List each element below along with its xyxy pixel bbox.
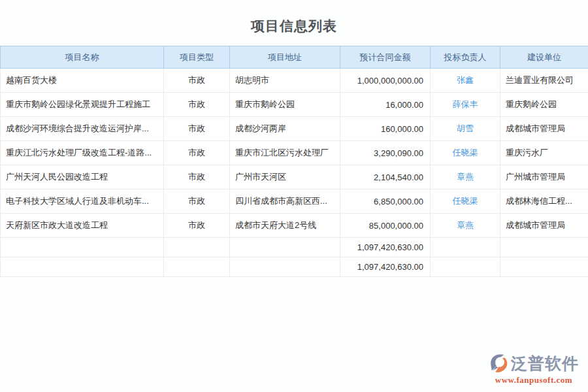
cell-project-name: 重庆江北污水处理厂级改造工程-道路... — [1, 141, 164, 165]
cell-bid-person: 章燕 — [431, 214, 500, 238]
cell-construction-unit: 广州城市管理局 — [500, 165, 588, 189]
bid-person-link[interactable]: 章燕 — [457, 220, 474, 230]
cell-project-type: 市政 — [164, 141, 230, 165]
cell-project-type: 市政 — [164, 69, 230, 93]
col-header-contract-amount: 预计合同金额 — [340, 46, 431, 69]
page: 项目信息列表 项目名称 项目类型 项目地址 预计合同金额 投标负责人 建设单位 … — [0, 0, 588, 392]
cell-project-address: 广州市天河区 — [230, 165, 340, 189]
bid-person-link[interactable]: 张鑫 — [457, 75, 474, 85]
bid-person-link[interactable]: 任晓渠 — [453, 196, 478, 206]
cell-contract-amount: 3,290,090.00 — [340, 141, 431, 165]
bid-person-link[interactable]: 薛保丰 — [453, 99, 478, 109]
cell-construction-unit: 重庆鹅岭公园 — [500, 93, 588, 117]
header-row: 项目名称 项目类型 项目地址 预计合同金额 投标负责人 建设单位 — [1, 46, 588, 69]
col-header-project-type: 项目类型 — [164, 46, 230, 69]
cell-bid-person: 胡雪 — [431, 117, 500, 141]
bid-person-link[interactable]: 任晓渠 — [453, 148, 478, 157]
cell-construction-unit: 重庆污水厂 — [500, 141, 588, 165]
table-row[interactable]: 成都沙河环境综合提升改造运河护岸... 市政 成都沙河两岸 160,000.00… — [1, 117, 588, 141]
cell-empty — [164, 238, 230, 257]
table-row[interactable]: 广州天河人民公园改造工程 市政 广州市天河区 2,104,540.00 章燕 广… — [1, 165, 588, 189]
table-body: 越南百货大楼 市政 胡志明市 1,000,000,000.00 张鑫 兰迪置业有… — [1, 69, 588, 277]
cell-project-type: 市政 — [164, 117, 230, 141]
fanpu-brand-text: 泛普软件 — [511, 355, 579, 372]
project-info-table: 项目名称 项目类型 项目地址 预计合同金额 投标负责人 建设单位 越南百货大楼 … — [0, 46, 588, 277]
cell-empty — [1, 257, 164, 277]
cell-project-address: 四川省成都市高新区西... — [230, 189, 340, 214]
cell-empty — [500, 238, 588, 257]
cell-project-name: 重庆市鹅岭公园绿化景观提升工程施工 — [1, 93, 164, 117]
fanpu-url: www.fanpusoft.com — [485, 376, 583, 384]
cell-bid-person: 薛保丰 — [431, 93, 500, 117]
cell-contract-amount: 160,000.00 — [340, 117, 431, 141]
cell-empty — [230, 238, 340, 257]
table-row[interactable]: 天府新区市政大道改造工程 市政 成都市天府大道2号线 85,000,000.00… — [1, 214, 588, 238]
cell-bid-person: 章燕 — [431, 165, 500, 189]
table-row[interactable]: 电子科技大学区域人行道及非机动车... 市政 四川省成都市高新区西... 6,8… — [1, 189, 588, 214]
bid-person-link[interactable]: 章燕 — [457, 172, 474, 182]
subtotal-row: 1,097,420,630.00 — [1, 238, 588, 257]
cell-bid-person: 任晓渠 — [431, 189, 500, 214]
table-header: 项目名称 项目类型 项目地址 预计合同金额 投标负责人 建设单位 — [1, 46, 588, 69]
cell-project-address: 重庆市鹅岭公园 — [230, 93, 340, 117]
cell-bid-person: 任晓渠 — [431, 141, 500, 165]
table-row[interactable]: 重庆市鹅岭公园绿化景观提升工程施工 市政 重庆市鹅岭公园 16,000.00 薛… — [1, 93, 588, 117]
col-header-construction-unit: 建设单位 — [500, 46, 588, 69]
cell-project-address: 重庆市江北区污水处理厂 — [230, 141, 340, 165]
cell-bid-person: 张鑫 — [431, 69, 500, 93]
cell-empty — [500, 257, 588, 277]
cell-empty — [1, 238, 164, 257]
cell-project-name: 成都沙河环境综合提升改造运河护岸... — [1, 117, 164, 141]
cell-empty — [230, 257, 340, 277]
cell-contract-amount: 6,850,000.00 — [340, 189, 431, 214]
col-header-project-name: 项目名称 — [1, 46, 164, 69]
cell-construction-unit: 成都城市管理局 — [500, 117, 588, 141]
table-row[interactable]: 重庆江北污水处理厂级改造工程-道路... 市政 重庆市江北区污水处理厂 3,29… — [1, 141, 588, 165]
cell-project-type: 市政 — [164, 214, 230, 238]
cell-subtotal-amount: 1,097,420,630.00 — [340, 238, 431, 257]
cell-contract-amount: 1,000,000,000.00 — [340, 69, 431, 93]
cell-contract-amount: 2,104,540.00 — [340, 165, 431, 189]
bid-person-link[interactable]: 胡雪 — [457, 123, 474, 133]
cell-project-address: 成都沙河两岸 — [230, 117, 340, 141]
col-header-project-address: 项目地址 — [230, 46, 340, 69]
cell-project-name: 越南百货大楼 — [1, 69, 164, 93]
cell-project-type: 市政 — [164, 165, 230, 189]
cell-construction-unit: 成都林海信工程... — [500, 189, 588, 214]
page-title: 项目信息列表 — [0, 0, 588, 35]
total-row: 1,097,420,630.00 — [1, 257, 588, 277]
cell-contract-amount: 85,000,000.00 — [340, 214, 431, 238]
cell-construction-unit: 成都城市管理局 — [500, 214, 588, 238]
cell-contract-amount: 16,000.00 — [340, 93, 431, 117]
col-header-bid-person: 投标负责人 — [431, 46, 500, 69]
cell-project-type: 市政 — [164, 189, 230, 214]
cell-project-name: 广州天河人民公园改造工程 — [1, 165, 164, 189]
cell-project-address: 成都市天府大道2号线 — [230, 214, 340, 238]
cell-project-name: 电子科技大学区域人行道及非机动车... — [1, 189, 164, 214]
fanpu-watermark: 泛普软件 www.fanpusoft.com — [485, 353, 583, 384]
cell-project-address: 胡志明市 — [230, 69, 340, 93]
cell-empty — [431, 257, 500, 277]
cell-empty — [164, 257, 230, 277]
cell-construction-unit: 兰迪置业有限公司 — [500, 69, 588, 93]
cell-project-type: 市政 — [164, 93, 230, 117]
cell-total-amount: 1,097,420,630.00 — [340, 257, 431, 277]
cell-empty — [431, 238, 500, 257]
cell-project-name: 天府新区市政大道改造工程 — [1, 214, 164, 238]
fanpu-logo-icon — [489, 353, 510, 374]
table-row[interactable]: 越南百货大楼 市政 胡志明市 1,000,000,000.00 张鑫 兰迪置业有… — [1, 69, 588, 93]
